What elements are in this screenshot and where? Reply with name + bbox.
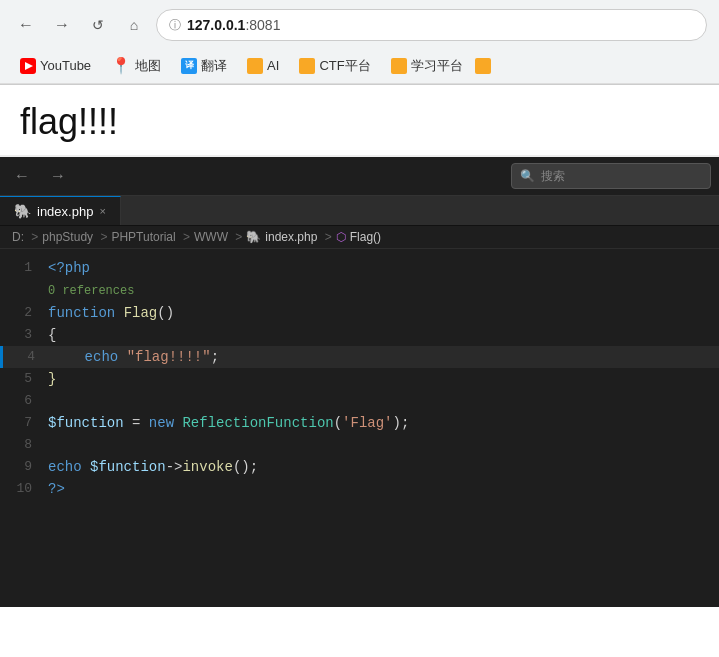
bookmark-youtube[interactable]: YouTube xyxy=(12,56,99,76)
line-num-4: 4 xyxy=(3,346,51,368)
code-line-7: 7 $function = new ReflectionFunction('Fl… xyxy=(0,412,719,434)
line-content-3: { xyxy=(48,324,719,346)
tab-close-button[interactable]: × xyxy=(99,205,105,217)
code-line-5: 5 } xyxy=(0,368,719,390)
browser-chrome: ← → ↺ ⌂ ⓘ 127.0.0.1:8081 YouTube 📍 地图 译 … xyxy=(0,0,719,85)
ai-icon xyxy=(247,58,263,74)
line-content-1: <?php xyxy=(48,257,719,279)
page-content-top: flag!!!! xyxy=(0,85,719,157)
breadcrumb-php-icon: 🐘 xyxy=(246,230,261,244)
address-text: 127.0.0.1:8081 xyxy=(187,17,280,33)
breadcrumb-flag: Flag() xyxy=(350,230,381,244)
home-button[interactable]: ⌂ xyxy=(120,11,148,39)
code-line-2: 2 function Flag() xyxy=(0,302,719,324)
bookmarks-bar: YouTube 📍 地图 译 翻译 AI CTF平台 学习平台 xyxy=(0,50,719,84)
line-content-4: echo "flag!!!!"; xyxy=(51,346,719,368)
line-num-3: 3 xyxy=(0,324,48,346)
translate-icon: 译 xyxy=(181,58,197,74)
breadcrumb-www: WWW xyxy=(194,230,228,244)
bookmark-ai-label: AI xyxy=(267,58,279,73)
bookmark-maps[interactable]: 📍 地图 xyxy=(103,54,169,77)
line-content-9: echo $function->invoke(); xyxy=(48,456,719,478)
bookmark-ai[interactable]: AI xyxy=(239,56,287,76)
bookmark-learn[interactable]: 学习平台 xyxy=(383,55,471,77)
browser-toolbar: ← → ↺ ⌂ ⓘ 127.0.0.1:8081 xyxy=(0,0,719,50)
bookmark-ctf[interactable]: CTF平台 xyxy=(291,55,378,77)
breadcrumb-phptutorial: PHPTutorial xyxy=(111,230,175,244)
bookmark-maps-label: 地图 xyxy=(135,57,161,75)
bookmark-translate-label: 翻译 xyxy=(201,57,227,75)
line-content-7: $function = new ReflectionFunction('Flag… xyxy=(48,412,719,434)
code-line-9: 9 echo $function->invoke(); xyxy=(0,456,719,478)
tab-label: index.php xyxy=(37,204,93,219)
code-area: 1 <?php 0 references 2 function Flag() 3… xyxy=(0,249,719,508)
breadcrumb-flag-icon: ⬡ xyxy=(336,230,346,244)
breadcrumb-index-php: index.php xyxy=(265,230,317,244)
line-content-10: ?> xyxy=(48,478,719,500)
tabs-bar: 🐘 index.php × xyxy=(0,196,719,226)
secure-icon: ⓘ xyxy=(169,17,181,34)
line-content-2: function Flag() xyxy=(48,302,719,324)
extra-bookmark-icon xyxy=(475,58,491,74)
forward-button[interactable]: → xyxy=(48,11,76,39)
breadcrumb: D: > phpStudy > PHPTutorial > WWW > 🐘 in… xyxy=(0,226,719,249)
editor-back-button[interactable]: ← xyxy=(8,165,36,187)
line-num-8: 8 xyxy=(0,434,48,456)
editor-forward-button[interactable]: → xyxy=(44,165,72,187)
bookmark-translate[interactable]: 译 翻译 xyxy=(173,55,235,77)
learn-icon xyxy=(391,58,407,74)
editor-nav: ← → 🔍 搜索 xyxy=(0,157,719,196)
line-num-7: 7 xyxy=(0,412,48,434)
code-line-10: 10 ?> xyxy=(0,478,719,500)
line-content-5: } xyxy=(48,368,719,390)
editor-search-bar[interactable]: 🔍 搜索 xyxy=(511,163,711,189)
line-num-5: 5 xyxy=(0,368,48,390)
back-button[interactable]: ← xyxy=(12,11,40,39)
page-title: flag!!!! xyxy=(20,101,699,143)
breadcrumb-phpstudy: phpStudy xyxy=(42,230,93,244)
search-placeholder: 搜索 xyxy=(541,168,565,185)
line-num-1: 1 xyxy=(0,257,48,279)
line-num-6: 6 xyxy=(0,390,48,412)
code-line-8: 8 xyxy=(0,434,719,456)
maps-icon: 📍 xyxy=(111,56,131,75)
bookmark-learn-label: 学习平台 xyxy=(411,57,463,75)
bookmark-youtube-label: YouTube xyxy=(40,58,91,73)
line-num-10: 10 xyxy=(0,478,48,500)
breadcrumb-d: D: xyxy=(12,230,24,244)
line-num-9: 9 xyxy=(0,456,48,478)
ctf-icon xyxy=(299,58,315,74)
code-line-3: 3 { xyxy=(0,324,719,346)
address-bar[interactable]: ⓘ 127.0.0.1:8081 xyxy=(156,9,707,41)
bookmark-ctf-label: CTF平台 xyxy=(319,57,370,75)
youtube-icon xyxy=(20,58,36,74)
tab-index-php[interactable]: 🐘 index.php × xyxy=(0,196,121,225)
code-line-1: 1 <?php xyxy=(0,257,719,279)
php-tab-icon: 🐘 xyxy=(14,203,31,219)
line-content-ref: 0 references xyxy=(48,279,719,302)
editor-panel: ← → 🔍 搜索 🐘 index.php × D: > phpStudy > P… xyxy=(0,157,719,607)
code-line-ref: 0 references xyxy=(0,279,719,302)
search-icon: 🔍 xyxy=(520,169,535,183)
code-line-6: 6 xyxy=(0,390,719,412)
code-line-4: 4 echo "flag!!!!"; xyxy=(0,346,719,368)
refresh-button[interactable]: ↺ xyxy=(84,11,112,39)
line-num-2: 2 xyxy=(0,302,48,324)
